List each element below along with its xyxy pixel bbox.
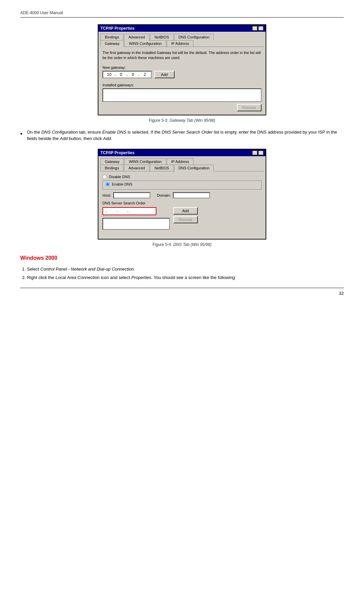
domain-label: Domain: [157,193,171,197]
host-field: Host: [102,192,150,198]
tab-row-2: Gateway WINS Configuration IP Address [100,40,264,47]
gateway-info-text: The first gateway in the Installed Gatew… [102,50,262,61]
tab2-netbios[interactable]: NetBIOS [150,165,173,171]
tab-row-2a: Gateway WINS Configuration IP Address [100,158,264,165]
figure4-caption-italic: DNS Tab (Win 95/98) [173,242,212,247]
help-button[interactable]: ? [252,26,257,31]
add-italic-1: Add [60,136,68,141]
dns-ip-input-row: · · · [102,207,170,215]
tab-netbios[interactable]: NetBIOS [150,34,173,40]
new-gateway-label: New gateway: [102,65,262,69]
dns-server-search-label: DNS Server Search Order [102,201,262,205]
enable-dns-row: Enable DNS [105,182,259,187]
dialog2-title: TCP/IP Properties [100,150,134,155]
disable-dns-row: Disable DNS [102,175,262,179]
tab-dns-config[interactable]: DNS Configuration [174,34,214,40]
body-bullet-text: • On the DNS Configuration tab, ensure E… [20,129,344,142]
tabs-area1: Bindings Advanced NetBIOS DNS Configurat… [98,32,266,47]
installed-gateways-label: Installed gateways: [102,83,262,87]
disable-dns-label: Disable DNS [109,175,130,179]
tab2-bindings[interactable]: Bindings [100,165,123,171]
page-container: ADE-4000 User Manual TCP/IP Properties ?… [0,0,364,306]
installed-gateways-list[interactable] [102,88,262,102]
tabs-area2: Gateway WINS Configuration IP Address Bi… [98,156,266,171]
dns-config-italic: DNS Configuration [41,130,78,135]
figure3-caption: Figure 5-3: Gateway Tab (Win 95/98) [20,118,344,123]
tab-row-1: Bindings Advanced NetBIOS DNS Configurat… [100,34,264,40]
figure3-caption-italic: Gateway Tab (Win 95/98) [170,118,215,123]
ip-seg-1[interactable] [105,72,113,77]
ip-seg-2[interactable] [117,72,125,77]
step-1: Select Control Panel - Network and Dial-… [27,266,344,273]
host-domain-row: Host: Domain: [102,192,262,198]
enable-dns-radio[interactable] [105,182,110,187]
add-button-1[interactable]: Add [154,71,175,78]
dialog2: TCP/IP Properties ? ✕ Gateway WINS Confi… [98,149,266,240]
header-line: ADE-4000 User Manual [20,10,344,18]
header-text: ADE-4000 User Manual [20,10,63,15]
tab-advanced[interactable]: Advanced [124,34,149,40]
tab2-gateway[interactable]: Gateway [100,158,124,165]
page-number: 32 [339,291,344,296]
step2-italic2: Properties. [131,275,153,280]
dns-input-area: · · · [102,207,170,231]
host-label: Host: [102,193,111,197]
host-input[interactable] [113,192,150,198]
dialog2-content: Disable DNS Enable DNS Host: [98,171,266,239]
step2-italic1: Local Area Connection [56,275,100,280]
dns-remove-button[interactable]: Remove [173,216,198,223]
enable-dns-italic: Enable DNS [102,130,126,135]
dns-ip-input[interactable]: · · · [102,207,156,215]
tab-gateway[interactable]: Gateway [100,40,124,47]
titlebar-buttons-2: ? ✕ [252,150,264,155]
dns-bottom-row: · · · Add Remove [102,207,262,231]
dns-buttons: Add Remove [173,207,198,223]
dns-italic: DNS Server Search Order [162,130,213,135]
tab2-dns-config[interactable]: DNS Configuration [174,165,214,171]
dialog1-title: TCP/IP Properties [100,26,134,31]
tab-ip-address-1[interactable]: IP Address [167,40,193,47]
page-footer: 32 [20,288,344,296]
close-button-2[interactable]: ✕ [258,150,264,155]
dns-list-box[interactable] [102,218,170,230]
dialog1-wrapper: TCP/IP Properties ? ✕ Bindings Advanced … [20,24,344,115]
dialog1-content: The first gateway in the Installed Gatew… [98,47,266,115]
dns-search-section: DNS Server Search Order · · · Add [102,201,262,231]
domain-input[interactable] [173,192,210,198]
enable-dns-group: Enable DNS [102,180,262,190]
disable-dns-radio[interactable] [102,175,107,179]
tab2-advanced[interactable]: Advanced [124,165,149,171]
windows2000-steps: Select Control Panel - Network and Dial-… [27,266,344,281]
tab-row-2b: Bindings Advanced NetBIOS DNS Configurat… [100,165,264,171]
tab2-wins[interactable]: WINS Configuration [124,158,166,165]
dialog2-titlebar: TCP/IP Properties ? ✕ [98,149,266,156]
step1-italic: Control Panel - Network and Dial-up Conn… [40,267,135,272]
ip-seg-3[interactable] [129,72,137,77]
enable-dns-label: Enable DNS [112,182,132,186]
dns-add-button[interactable]: Add [173,207,198,215]
remove-button-1[interactable]: Remove [237,104,262,111]
dialog1: TCP/IP Properties ? ✕ Bindings Advanced … [98,24,266,115]
help-button-2[interactable]: ? [252,150,257,155]
windows2000-heading: Windows 2000 [20,255,344,261]
figure4-caption: Figure 5-4: DNS Tab (Win 95/98) [20,242,344,247]
dialog1-titlebar: TCP/IP Properties ? ✕ [98,25,266,32]
close-button[interactable]: ✕ [258,26,264,31]
windows2000-section: Windows 2000 Select Control Panel - Netw… [20,255,344,281]
step-2: Right click the Local Area Connection ic… [27,274,344,281]
tab-bindings[interactable]: Bindings [100,34,123,40]
tab-wins[interactable]: WINS Configuration [124,40,166,47]
ip-input-row: . . . Add [102,71,262,78]
dialog2-wrapper: TCP/IP Properties ? ✕ Gateway WINS Confi… [20,149,344,240]
ip-input-box[interactable]: . . . [102,71,152,78]
tab2-ip-address[interactable]: IP Address [167,158,193,165]
titlebar-buttons: ? ✕ [252,26,264,31]
add-italic-2: Add [103,136,111,141]
domain-field: Domain: [157,192,210,198]
ip-seg-4[interactable] [141,72,149,77]
bullet-icon: • [20,130,22,139]
